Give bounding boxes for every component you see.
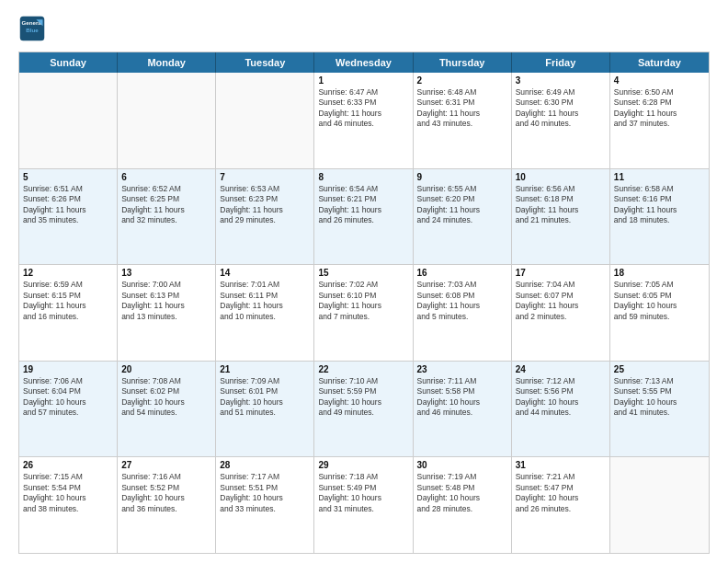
day-cell-19: 19Sunrise: 7:06 AM Sunset: 6:04 PM Dayli… [19,362,118,457]
day-info: Sunrise: 7:17 AM Sunset: 5:51 PM Dayligh… [220,472,310,514]
day-cell-24: 24Sunrise: 7:12 AM Sunset: 5:56 PM Dayli… [512,362,610,457]
day-number: 6 [121,172,211,182]
day-info: Sunrise: 6:51 AM Sunset: 6:26 PM Dayligh… [23,184,113,226]
day-number: 24 [516,364,606,374]
day-number: 10 [516,172,606,182]
day-number: 20 [121,364,211,374]
calendar-header-row: SundayMondayTuesdayWednesdayThursdayFrid… [19,52,709,73]
day-number: 1 [318,75,408,86]
day-number: 7 [220,172,310,182]
calendar-row-4: 26Sunrise: 7:15 AM Sunset: 5:54 PM Dayli… [19,457,709,553]
day-info: Sunrise: 7:03 AM Sunset: 6:08 PM Dayligh… [417,280,507,322]
empty-cell [610,457,709,553]
day-info: Sunrise: 6:48 AM Sunset: 6:31 PM Dayligh… [417,87,507,130]
day-cell-3: 3Sunrise: 6:49 AM Sunset: 6:30 PM Daylig… [512,73,610,168]
day-cell-4: 4Sunrise: 6:50 AM Sunset: 6:28 PM Daylig… [610,73,709,168]
day-cell-8: 8Sunrise: 6:54 AM Sunset: 6:21 PM Daylig… [314,169,413,265]
day-info: Sunrise: 6:54 AM Sunset: 6:21 PM Dayligh… [318,184,408,226]
day-cell-28: 28Sunrise: 7:17 AM Sunset: 5:51 PM Dayli… [216,457,314,553]
day-info: Sunrise: 6:59 AM Sunset: 6:15 PM Dayligh… [23,280,113,322]
day-cell-9: 9Sunrise: 6:55 AM Sunset: 6:20 PM Daylig… [414,169,512,265]
day-cell-29: 29Sunrise: 7:18 AM Sunset: 5:49 PM Dayli… [314,457,413,553]
day-cell-22: 22Sunrise: 7:10 AM Sunset: 5:59 PM Dayli… [314,362,413,457]
weekday-header-sunday: Sunday [19,52,118,73]
day-info: Sunrise: 7:21 AM Sunset: 5:47 PM Dayligh… [516,472,606,514]
day-info: Sunrise: 7:16 AM Sunset: 5:52 PM Dayligh… [121,472,211,514]
day-number: 30 [417,460,507,470]
day-number: 23 [417,364,507,374]
day-number: 28 [220,460,310,470]
day-number: 18 [614,268,705,278]
day-number: 2 [417,75,507,86]
day-info: Sunrise: 7:15 AM Sunset: 5:54 PM Dayligh… [23,472,113,514]
day-info: Sunrise: 7:04 AM Sunset: 6:07 PM Dayligh… [516,280,606,322]
day-cell-31: 31Sunrise: 7:21 AM Sunset: 5:47 PM Dayli… [512,457,610,553]
weekday-header-thursday: Thursday [414,52,512,73]
day-number: 5 [23,172,113,182]
svg-text:Blue: Blue [26,27,39,33]
logo-icon: General Blue [18,15,46,42]
day-info: Sunrise: 7:10 AM Sunset: 5:59 PM Dayligh… [318,376,408,419]
day-number: 3 [516,75,606,86]
weekday-header-friday: Friday [512,52,610,73]
day-info: Sunrise: 7:12 AM Sunset: 5:56 PM Dayligh… [516,376,606,419]
weekday-header-tuesday: Tuesday [216,52,314,73]
day-number: 25 [614,364,705,374]
day-info: Sunrise: 6:50 AM Sunset: 6:28 PM Dayligh… [614,87,705,130]
day-number: 29 [318,460,408,470]
logo: General Blue [18,15,50,42]
day-number: 15 [318,268,408,278]
day-number: 14 [220,268,310,278]
empty-cell [19,73,118,168]
day-info: Sunrise: 6:49 AM Sunset: 6:30 PM Dayligh… [516,87,606,130]
day-number: 27 [121,460,211,470]
day-cell-27: 27Sunrise: 7:16 AM Sunset: 5:52 PM Dayli… [118,457,216,553]
day-cell-25: 25Sunrise: 7:13 AM Sunset: 5:55 PM Dayli… [610,362,709,457]
day-cell-17: 17Sunrise: 7:04 AM Sunset: 6:07 PM Dayli… [512,265,610,361]
day-number: 19 [23,364,113,374]
day-number: 4 [614,75,705,86]
calendar: SundayMondayTuesdayWednesdayThursdayFrid… [18,52,710,554]
day-cell-16: 16Sunrise: 7:03 AM Sunset: 6:08 PM Dayli… [414,265,512,361]
day-number: 11 [614,172,705,182]
calendar-row-0: 1Sunrise: 6:47 AM Sunset: 6:33 PM Daylig… [19,73,709,169]
day-cell-21: 21Sunrise: 7:09 AM Sunset: 6:01 PM Dayli… [216,362,314,457]
calendar-body: 1Sunrise: 6:47 AM Sunset: 6:33 PM Daylig… [19,73,709,553]
day-cell-30: 30Sunrise: 7:19 AM Sunset: 5:48 PM Dayli… [414,457,512,553]
header: General Blue [18,15,710,42]
day-info: Sunrise: 7:18 AM Sunset: 5:49 PM Dayligh… [318,472,408,514]
day-cell-10: 10Sunrise: 6:56 AM Sunset: 6:18 PM Dayli… [512,169,610,265]
day-cell-18: 18Sunrise: 7:05 AM Sunset: 6:05 PM Dayli… [610,265,709,361]
day-cell-6: 6Sunrise: 6:52 AM Sunset: 6:25 PM Daylig… [118,169,216,265]
day-cell-1: 1Sunrise: 6:47 AM Sunset: 6:33 PM Daylig… [314,73,413,168]
day-number: 13 [121,268,211,278]
day-info: Sunrise: 7:11 AM Sunset: 5:58 PM Dayligh… [417,376,507,419]
day-cell-7: 7Sunrise: 6:53 AM Sunset: 6:23 PM Daylig… [216,169,314,265]
page: General Blue SundayMondayTuesdayWednesda… [0,0,728,563]
day-cell-5: 5Sunrise: 6:51 AM Sunset: 6:26 PM Daylig… [19,169,118,265]
day-info: Sunrise: 7:06 AM Sunset: 6:04 PM Dayligh… [23,376,113,419]
day-info: Sunrise: 7:00 AM Sunset: 6:13 PM Dayligh… [121,280,211,322]
day-info: Sunrise: 6:56 AM Sunset: 6:18 PM Dayligh… [516,184,606,226]
weekday-header-monday: Monday [118,52,216,73]
empty-cell [118,73,216,168]
day-info: Sunrise: 6:47 AM Sunset: 6:33 PM Dayligh… [318,87,408,130]
day-number: 8 [318,172,408,182]
day-info: Sunrise: 7:05 AM Sunset: 6:05 PM Dayligh… [614,280,705,322]
day-number: 26 [23,460,113,470]
day-info: Sunrise: 6:53 AM Sunset: 6:23 PM Dayligh… [220,184,310,226]
day-number: 12 [23,268,113,278]
day-number: 21 [220,364,310,374]
day-cell-2: 2Sunrise: 6:48 AM Sunset: 6:31 PM Daylig… [414,73,512,168]
day-number: 31 [516,460,606,470]
day-info: Sunrise: 7:09 AM Sunset: 6:01 PM Dayligh… [220,376,310,419]
day-cell-14: 14Sunrise: 7:01 AM Sunset: 6:11 PM Dayli… [216,265,314,361]
day-cell-20: 20Sunrise: 7:08 AM Sunset: 6:02 PM Dayli… [118,362,216,457]
day-info: Sunrise: 7:01 AM Sunset: 6:11 PM Dayligh… [220,280,310,322]
day-number: 22 [318,364,408,374]
day-cell-15: 15Sunrise: 7:02 AM Sunset: 6:10 PM Dayli… [314,265,413,361]
day-info: Sunrise: 7:19 AM Sunset: 5:48 PM Dayligh… [417,472,507,514]
day-info: Sunrise: 6:55 AM Sunset: 6:20 PM Dayligh… [417,184,507,226]
day-info: Sunrise: 7:02 AM Sunset: 6:10 PM Dayligh… [318,280,408,322]
empty-cell [216,73,314,168]
